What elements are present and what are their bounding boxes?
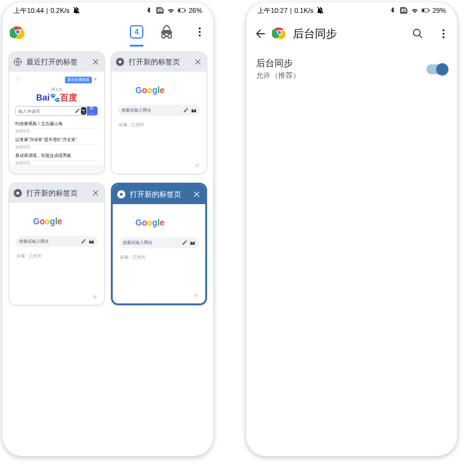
chrome-favicon-icon bbox=[116, 189, 126, 199]
battery-icon bbox=[178, 6, 186, 15]
news-item: 新成果涌现，制造业成绩亮眼 bbox=[13, 151, 100, 161]
wifi-icon bbox=[410, 6, 419, 15]
baidu-logo: 网页版 Bai🐾百度 bbox=[13, 87, 100, 104]
divider: | bbox=[47, 7, 48, 14]
tab-title: 打开新的标签页 bbox=[26, 188, 87, 199]
gear-icon bbox=[193, 292, 199, 299]
battery-icon bbox=[421, 6, 430, 15]
baidu-pill: 显示价值榜单 bbox=[65, 77, 92, 83]
svg-rect-1 bbox=[178, 9, 180, 12]
svg-point-16 bbox=[17, 192, 20, 195]
status-time: 上午10:44 bbox=[13, 6, 44, 15]
tab-grid: 最近打开的标签 显示价值榜单 ✕ 网页版 Bai🐾百度 bbox=[2, 45, 213, 311]
tab-preview: Google 搜索或输入网址 🎤 📷 探索 · 已关闭 bbox=[111, 72, 206, 173]
svg-text:Google: Google bbox=[135, 86, 165, 95]
chrome-favicon-icon bbox=[115, 57, 125, 67]
battery-pct: 26% bbox=[189, 7, 202, 14]
svg-point-10 bbox=[17, 77, 19, 79]
svg-text:Google: Google bbox=[33, 217, 62, 226]
ntp-search: 搜索或输入网址 🎤 📷 bbox=[118, 105, 200, 116]
back-icon[interactable] bbox=[254, 27, 267, 40]
tab-preview: Google 搜索或输入网址 🎤 📷 探索 · 已关闭 bbox=[113, 204, 205, 303]
tab-card[interactable]: 最近打开的标签 显示价值榜单 ✕ 网页版 Bai🐾百度 bbox=[9, 51, 105, 174]
svg-rect-24 bbox=[422, 9, 424, 12]
tab-card[interactable]: 打开新的标签页 Google 搜索或输入网址 🎤 📷 探索 · 已关闭 bbox=[9, 183, 105, 305]
bottom-nav bbox=[9, 165, 104, 173]
close-icon[interactable] bbox=[91, 188, 100, 198]
google-logo: Google bbox=[33, 214, 81, 230]
tab-card[interactable]: 打开新的标签页 Google 搜索或输入网址 🎤 📷 探索 · 已关闭 bbox=[111, 183, 207, 305]
more-icon[interactable] bbox=[437, 28, 450, 40]
tab-header: 打开新的标签页 bbox=[111, 52, 206, 72]
svg-point-12 bbox=[119, 61, 122, 64]
tab-card[interactable]: 打开新的标签页 Google 搜索或输入网址 🎤 📷 探索 · 已关闭 bbox=[111, 51, 207, 174]
phone-left: 上午10:44 | 0.2K/s 26% bbox=[2, 2, 213, 456]
chrome-logo-icon bbox=[272, 25, 287, 42]
google-logo: Google bbox=[135, 83, 183, 99]
chrome-logo-icon[interactable] bbox=[10, 24, 26, 40]
tab-title: 最近打开的标签 bbox=[26, 57, 87, 67]
svg-point-14 bbox=[197, 165, 198, 167]
globe-icon bbox=[13, 57, 23, 67]
ntp-search: 搜索或输入网址 🎤 📷 bbox=[15, 236, 98, 247]
page-title: 后台同步 bbox=[293, 26, 407, 41]
toggle-switch[interactable] bbox=[426, 64, 447, 74]
camera-icon: 📷 bbox=[191, 108, 197, 113]
tab-title: 打开新的标签页 bbox=[129, 57, 189, 67]
small-close-icon: ✕ bbox=[93, 77, 98, 82]
tab-count-button[interactable]: 4 bbox=[130, 25, 143, 47]
incognito-icon[interactable] bbox=[159, 25, 174, 39]
bluetooth-icon bbox=[388, 6, 397, 15]
tab-switcher-bar: 4 bbox=[2, 18, 213, 45]
gear-icon bbox=[92, 294, 98, 300]
mic-icon: 🎤 bbox=[183, 108, 189, 113]
svg-point-6 bbox=[199, 28, 201, 29]
settings-header: 后台同步 bbox=[246, 18, 457, 49]
svg-point-22 bbox=[195, 295, 197, 297]
svg-point-32 bbox=[443, 36, 445, 38]
search-placeholder: 搜索或输入网址 bbox=[121, 107, 151, 113]
phone-right: 上午10:27 | 0.1K/s 29% bbox=[246, 2, 457, 456]
status-speed: 0.1K/s bbox=[294, 7, 313, 14]
more-icon[interactable] bbox=[194, 26, 206, 38]
baidu-input bbox=[16, 107, 75, 115]
setting-label: 后台同步 bbox=[256, 58, 426, 69]
ntp-search: 搜索或输入网址 🎤 📷 bbox=[119, 237, 199, 248]
svg-point-8 bbox=[199, 34, 201, 36]
discover-label: 探索 · 已关闭 bbox=[116, 254, 202, 261]
nosim-icon bbox=[156, 6, 164, 15]
wifi-icon bbox=[167, 6, 175, 15]
chrome-favicon-icon bbox=[13, 188, 23, 198]
nosim-icon bbox=[399, 6, 408, 15]
mic-icon: 🎤 bbox=[81, 239, 86, 244]
setting-sublabel: 允许（推荐） bbox=[256, 70, 426, 81]
dnd-icon bbox=[316, 6, 325, 15]
svg-point-29 bbox=[414, 29, 420, 36]
search-icon[interactable] bbox=[412, 28, 424, 40]
search-placeholder: 搜索或输入网址 bbox=[123, 240, 153, 246]
close-icon[interactable] bbox=[193, 57, 203, 67]
close-icon[interactable] bbox=[91, 57, 100, 67]
discover-label: 探索 · 已关闭 bbox=[13, 253, 100, 259]
mic-icon: 🎤 bbox=[182, 240, 187, 245]
svg-rect-25 bbox=[429, 10, 429, 12]
mic-icon: 🎤 bbox=[75, 107, 80, 115]
toggle-knob bbox=[436, 63, 448, 75]
svg-point-30 bbox=[443, 29, 445, 31]
tab-preview: 显示价值榜单 ✕ 网页版 Bai🐾百度 🎤 📷 百度一下 时政微视频丨志合越山海… bbox=[9, 72, 104, 173]
setting-row-background-sync[interactable]: 后台同步 允许（推荐） bbox=[246, 49, 457, 89]
dnd-icon bbox=[72, 6, 81, 15]
baidu-search: 🎤 📷 百度一下 bbox=[15, 106, 98, 116]
svg-point-7 bbox=[199, 31, 201, 33]
tab-header: 最近打开的标签 bbox=[9, 52, 104, 72]
search-placeholder: 搜索或输入网址 bbox=[19, 238, 49, 245]
google-logo: Google bbox=[135, 215, 183, 231]
camera-icon: 📷 bbox=[89, 239, 94, 244]
status-time: 上午10:27 bbox=[257, 6, 288, 15]
battery-pct: 29% bbox=[433, 7, 446, 14]
status-bar: 上午10:44 | 0.2K/s 26% bbox=[2, 2, 213, 18]
close-icon[interactable] bbox=[192, 189, 202, 199]
status-speed: 0.2K/s bbox=[50, 7, 69, 14]
tab-header: 打开新的标签页 bbox=[9, 183, 104, 203]
camera-icon: 📷 bbox=[81, 107, 86, 115]
